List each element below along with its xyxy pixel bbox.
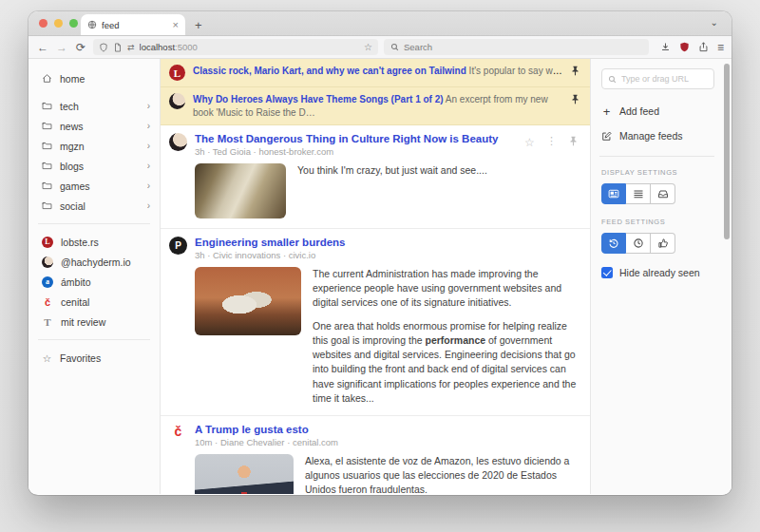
article-excerpt: You think I'm crazy, but just wait and s… (297, 163, 579, 178)
browser-toolbar: ← → ⟳ ⇄ localhost:5000 ☆ Search ≡ (28, 36, 732, 59)
history-icon (608, 238, 619, 249)
search-placeholder: Search (404, 42, 432, 52)
article-excerpt: Alexa, el asistente de voz de Amazon, le… (305, 454, 579, 494)
sidebar-feed-ambito[interactable]: a ámbito (42, 274, 150, 290)
sidebar-folder-tech[interactable]: tech › (42, 98, 150, 114)
thumbs-up-icon (657, 238, 669, 249)
article-title[interactable]: The Most Dangerous Thing in Culture Righ… (195, 133, 524, 144)
article-thumbnail[interactable] (195, 454, 294, 494)
add-feed-button[interactable]: + Add feed (601, 103, 714, 120)
divider (38, 223, 150, 224)
manage-feeds-button[interactable]: Manage feeds (601, 127, 714, 144)
feed-article[interactable]: P Engineering smaller burdens 3h · Civic… (161, 229, 590, 416)
hide-seen-checkbox[interactable] (601, 267, 613, 278)
back-button[interactable]: ← (36, 41, 49, 54)
sidebar-feed-hachyderm[interactable]: @hachyderm.io (42, 254, 150, 270)
feed-article[interactable]: č A Trump le gusta esto 10m · Diane Chev… (161, 416, 590, 494)
tab-feed[interactable]: feed × (81, 14, 185, 35)
view-cards-button[interactable] (601, 183, 626, 204)
sidebar-item-favorites[interactable]: ☆ Favorites (42, 350, 150, 366)
reload-button[interactable]: ⟳ (74, 41, 87, 54)
sidebar-folder-mgzn[interactable]: mgzn › (42, 138, 150, 154)
sidebar-folder-blogs[interactable]: blogs › (42, 158, 150, 174)
pinned-item[interactable]: L Classic rock, Mario Kart, and why we c… (161, 59, 590, 87)
share-icon[interactable] (698, 42, 709, 52)
divider (599, 156, 714, 157)
view-compact-button[interactable] (651, 183, 675, 204)
sidebar-item-label: home (60, 73, 85, 85)
article-actions: ☆ ⋮ (524, 135, 579, 147)
folder-icon (42, 180, 52, 191)
chevron-right-icon: › (147, 200, 150, 211)
sidebar-item-home[interactable]: home (42, 70, 150, 86)
sidebar-folder-news[interactable]: news › (42, 118, 150, 134)
feed-url-input[interactable] (621, 74, 708, 84)
downloads-icon[interactable] (660, 42, 671, 52)
star-icon: ☆ (42, 352, 52, 364)
article-excerpt: One area that holds enormous promise for… (313, 319, 579, 406)
shield-icon[interactable] (99, 43, 108, 52)
browser-search-bar[interactable]: Search (384, 39, 649, 55)
pinned-title[interactable]: Classic rock, Mario Kart, and why we can… (193, 66, 466, 76)
sort-time-button[interactable] (626, 233, 651, 254)
menu-icon[interactable]: ≡ (717, 41, 724, 54)
feed-article[interactable]: The Most Dangerous Thing in Culture Righ… (161, 125, 590, 229)
bookmark-star-icon[interactable]: ☆ (364, 42, 372, 52)
pin-icon[interactable] (570, 94, 580, 104)
page-content: home tech › news › mgzn › (28, 59, 732, 494)
sidebar-folder-social[interactable]: social › (42, 198, 150, 214)
avatar-icon (42, 256, 53, 268)
folder-icon (42, 161, 52, 171)
kebab-menu-icon[interactable]: ⋮ (546, 135, 557, 147)
hide-seen-setting[interactable]: Hide already seen (601, 267, 714, 278)
close-window-button[interactable] (39, 19, 48, 28)
sidebar-feed-lobsters[interactable]: L lobste.rs (42, 234, 150, 250)
pin-icon[interactable] (568, 136, 579, 146)
minimize-window-button[interactable] (54, 19, 63, 28)
view-list-button[interactable] (626, 183, 651, 204)
zoom-window-button[interactable] (69, 19, 78, 28)
tab-list-chevron-icon[interactable]: ⌄ (711, 17, 718, 28)
sidebar-folder-games[interactable]: games › (42, 178, 150, 194)
article-thumbnail[interactable] (195, 163, 286, 218)
folder-icon (42, 101, 52, 111)
display-settings-label: DISPLAY SETTINGS (601, 168, 714, 177)
new-tab-button[interactable]: + (195, 18, 202, 35)
edit-icon (601, 131, 612, 142)
sort-history-button[interactable] (601, 233, 626, 254)
pinned-item[interactable]: Why Do Heroes Always Have Theme Songs (P… (161, 87, 590, 125)
plus-icon: + (601, 104, 612, 119)
page-info-icon[interactable] (113, 43, 123, 52)
url-text[interactable]: localhost:5000 (140, 42, 359, 52)
divider (38, 339, 150, 340)
cenital-icon: č (169, 424, 187, 494)
url-bar[interactable]: ⇄ localhost:5000 ☆ (93, 39, 378, 55)
adblock-shield-icon[interactable] (679, 42, 690, 52)
pinned-title[interactable]: Why Do Heroes Always Have Theme Songs (P… (193, 94, 444, 104)
favorite-star-icon[interactable]: ☆ (524, 136, 535, 146)
sidebar-feed-mit-review[interactable]: T mit review (42, 314, 150, 330)
tab-title: feed (102, 20, 168, 30)
ambito-icon: a (42, 276, 53, 288)
card-view-icon (608, 188, 619, 200)
scrollbar-thumb[interactable] (724, 64, 730, 239)
article-title[interactable]: A Trump le gusta esto (195, 424, 579, 435)
chevron-right-icon: › (147, 101, 150, 111)
pin-icon[interactable] (570, 66, 580, 76)
avatar-icon (169, 133, 187, 151)
search-icon (390, 43, 399, 51)
article-title[interactable]: Engineering smaller burdens (195, 237, 579, 248)
sort-liked-button[interactable] (651, 233, 675, 254)
tray-icon (657, 188, 669, 200)
window-controls[interactable] (39, 19, 78, 28)
article-thumbnail[interactable] (195, 267, 301, 335)
forward-button[interactable]: → (55, 41, 68, 54)
sidebar-feed-cenital[interactable]: č cenital (42, 294, 150, 310)
chevron-right-icon: › (147, 141, 150, 151)
reader-toggle-icon[interactable]: ⇄ (127, 43, 135, 52)
chevron-right-icon: › (147, 161, 150, 171)
folder-icon (42, 141, 52, 151)
add-feed-url-field[interactable] (601, 68, 714, 89)
tab-close-icon[interactable]: × (173, 19, 179, 30)
page-scrollbar[interactable] (723, 59, 730, 494)
